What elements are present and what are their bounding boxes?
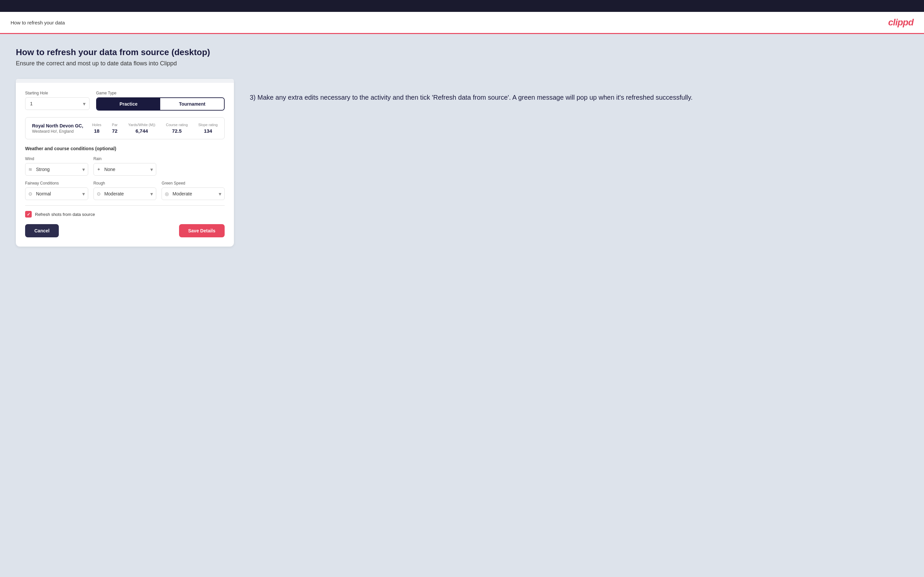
course-rating-value: 72.5 [166, 128, 187, 134]
course-info-card: Royal North Devon GC, Westward Ho!, Engl… [25, 117, 225, 139]
stat-holes: Holes 18 [92, 123, 102, 134]
rough-select[interactable]: Moderate Light Heavy [94, 187, 157, 200]
form-card: Starting Hole 1 10 Game Type Practice To… [16, 79, 234, 247]
header-title: How to refresh your data [11, 20, 65, 26]
main-content: How to refresh your data from source (de… [0, 34, 924, 577]
refresh-checkbox-row[interactable]: Refresh shots from data source [25, 211, 225, 218]
starting-hole-group: Starting Hole 1 10 [25, 91, 89, 111]
rough-select-wrapper[interactable]: ⊙ Moderate Light Heavy [94, 187, 157, 200]
rough-label: Rough [94, 181, 157, 185]
holes-value: 18 [92, 128, 102, 134]
content-area: Starting Hole 1 10 Game Type Practice To… [16, 79, 908, 247]
course-rating-label: Course rating [166, 123, 187, 127]
course-location: Westward Ho!, England [32, 129, 83, 134]
course-details: Royal North Devon GC, Westward Ho!, Engl… [32, 123, 83, 134]
rain-label: Rain [94, 156, 157, 161]
page-title: How to refresh your data from source (de… [16, 47, 908, 58]
course-stats: Holes 18 Par 72 Yards/White (M)) 6,744 C… [92, 123, 218, 134]
green-speed-label: Green Speed [162, 181, 225, 185]
save-button[interactable]: Save Details [179, 224, 225, 237]
top-bar [0, 0, 924, 12]
green-speed-icon: ◎ [165, 191, 169, 197]
header: How to refresh your data clippd [0, 12, 924, 34]
divider [25, 205, 225, 206]
step-description: 3) Make any extra edits necessary to the… [250, 92, 908, 103]
fairway-label: Fairway Conditions [25, 181, 88, 185]
slope-rating-value: 134 [198, 128, 218, 134]
side-text: 3) Make any extra edits necessary to the… [250, 79, 908, 103]
stat-slope-rating: Slope rating 134 [198, 123, 218, 134]
wind-icon: ≋ [28, 167, 32, 172]
starting-hole-select-wrapper[interactable]: 1 10 [25, 97, 89, 110]
starting-hole-game-type-row: Starting Hole 1 10 Game Type Practice To… [25, 91, 225, 111]
course-name: Royal North Devon GC, [32, 123, 83, 128]
wind-select[interactable]: Strong Light None [25, 163, 88, 176]
tournament-button[interactable]: Tournament [160, 98, 224, 110]
par-label: Par [112, 123, 118, 127]
par-value: 72 [112, 128, 118, 134]
rain-group: Rain ✦ None Light Heavy [94, 156, 157, 176]
yards-label: Yards/White (M)) [128, 123, 155, 127]
yards-value: 6,744 [128, 128, 155, 134]
green-speed-group: Green Speed ◎ Moderate Slow Fast [162, 181, 225, 200]
game-type-buttons: Practice Tournament [96, 97, 225, 111]
rough-icon: ⊙ [97, 191, 101, 197]
wind-label: Wind [25, 156, 88, 161]
game-type-label: Game Type [96, 91, 225, 95]
starting-hole-select[interactable]: 1 10 [25, 97, 89, 110]
slope-rating-label: Slope rating [198, 123, 218, 127]
fairway-group: Fairway Conditions ⊙ Normal Soft Hard [25, 181, 88, 200]
stat-course-rating: Course rating 72.5 [166, 123, 187, 134]
page-subtitle: Ensure the correct and most up to date d… [16, 60, 908, 67]
rain-select-wrapper[interactable]: ✦ None Light Heavy [94, 163, 157, 176]
cancel-button[interactable]: Cancel [25, 224, 59, 237]
refresh-checkbox[interactable] [25, 211, 32, 218]
fairway-select-wrapper[interactable]: ⊙ Normal Soft Hard [25, 187, 88, 200]
weather-section-title: Weather and course conditions (optional) [25, 146, 225, 151]
fairway-icon: ⊙ [28, 191, 32, 197]
fairway-select[interactable]: Normal Soft Hard [25, 187, 88, 200]
conditions-row: Fairway Conditions ⊙ Normal Soft Hard Ro… [25, 181, 225, 200]
wind-select-wrapper[interactable]: ≋ Strong Light None [25, 163, 88, 176]
wind-group: Wind ≋ Strong Light None [25, 156, 88, 176]
form-actions: Cancel Save Details [25, 224, 225, 237]
refresh-checkbox-label: Refresh shots from data source [35, 212, 95, 217]
game-type-group: Game Type Practice Tournament [96, 91, 225, 111]
rough-group: Rough ⊙ Moderate Light Heavy [94, 181, 157, 200]
rain-icon: ✦ [97, 167, 101, 172]
stat-yards: Yards/White (M)) 6,744 [128, 123, 155, 134]
green-speed-select[interactable]: Moderate Slow Fast [162, 187, 225, 200]
rain-spacer [162, 156, 225, 176]
stat-par: Par 72 [112, 123, 118, 134]
green-speed-select-wrapper[interactable]: ◎ Moderate Slow Fast [162, 187, 225, 200]
logo: clippd [888, 17, 913, 28]
wind-rain-row: Wind ≋ Strong Light None Rain ✦ [25, 156, 225, 176]
holes-label: Holes [92, 123, 102, 127]
starting-hole-label: Starting Hole [25, 91, 89, 95]
form-top-bar [16, 79, 234, 83]
practice-button[interactable]: Practice [97, 98, 160, 110]
rain-select[interactable]: None Light Heavy [94, 163, 157, 176]
